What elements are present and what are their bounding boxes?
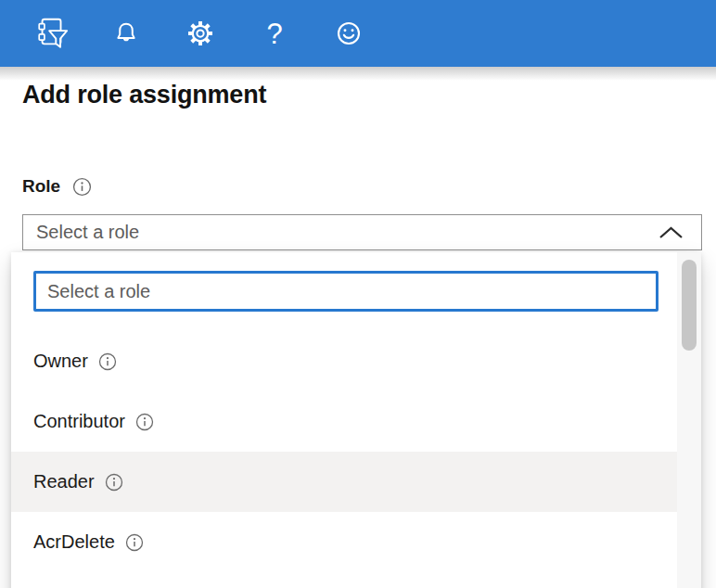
notifications-button[interactable] [108, 15, 145, 52]
role-search-input[interactable] [33, 271, 658, 312]
role-option-info-icon[interactable] [105, 473, 123, 492]
role-option-label: Reader [33, 471, 95, 492]
feedback-button[interactable] [330, 15, 367, 52]
top-bar: ? [0, 0, 716, 67]
screen: ? Add role assignment Role Select a role [0, 0, 716, 588]
feedback-smiley-icon [335, 19, 363, 47]
role-option[interactable]: Contributor [11, 391, 677, 452]
role-option-label: Contributor [33, 411, 125, 432]
role-dropdown-panel: Owner Contributor Reader AcrDelete [11, 252, 701, 588]
notifications-bell-icon [113, 20, 139, 46]
role-option-label: Owner [33, 351, 88, 372]
help-icon: ? [266, 19, 282, 48]
role-select-trigger[interactable]: Select a role [22, 214, 702, 250]
page-title: Add role assignment [22, 81, 266, 109]
role-option-info-icon[interactable] [98, 352, 117, 371]
role-option-info-icon[interactable] [135, 413, 154, 431]
role-label: Role [22, 176, 60, 197]
dropdown-scrollbar-thumb[interactable] [682, 260, 697, 351]
role-option-label: AcrDelete [33, 531, 115, 553]
role-search-wrap [11, 252, 701, 312]
directory-filter-icon [34, 16, 70, 51]
role-option[interactable]: Reader [11, 452, 677, 512]
settings-button[interactable] [182, 15, 219, 52]
chevron-up-icon [658, 226, 684, 239]
role-label-row: Role [22, 176, 92, 197]
role-info-icon[interactable] [72, 177, 92, 197]
directory-filter-button[interactable] [33, 15, 70, 52]
role-options-list: Owner Contributor Reader AcrDelete [11, 331, 677, 572]
role-option-info-icon[interactable] [125, 533, 144, 552]
help-button[interactable]: ? [256, 15, 293, 52]
settings-gear-icon [186, 19, 214, 47]
role-option[interactable]: Owner [11, 331, 677, 391]
dropdown-scrollbar-track[interactable] [677, 252, 701, 588]
role-select-value: Select a role [36, 222, 139, 243]
role-option[interactable]: AcrDelete [11, 512, 677, 572]
topbar-shadow [0, 67, 716, 81]
